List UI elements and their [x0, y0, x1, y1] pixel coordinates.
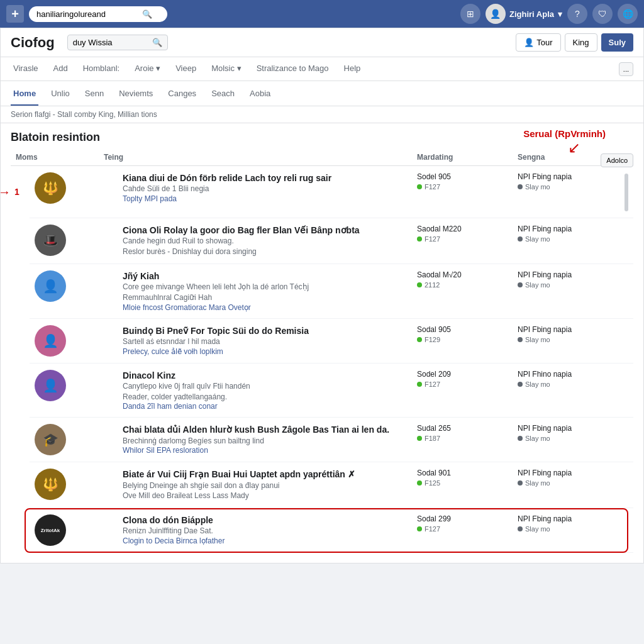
top-search-input[interactable]	[36, 9, 137, 19]
tab-aobia[interactable]: Aobia	[247, 82, 273, 106]
search-icon: 🔍	[142, 9, 152, 19]
row-link[interactable]: Danda 2ĩl ham denian conar	[123, 402, 417, 411]
menu-help[interactable]: Help	[341, 57, 364, 80]
table-row: 🔱Biate ár Vui Ciij Frạn Buai Hui Uaptet …	[30, 462, 633, 508]
scrollbar[interactable]	[618, 270, 628, 272]
avatar: 👤	[35, 270, 66, 302]
row-subtitle: Sartell aṡ etsnndar l hil mada	[123, 336, 417, 347]
table-row: 👤Buindọ Bi Pneṽ For Topic Süi do do Remi…	[30, 319, 633, 364]
user-menu[interactable]: 👤 Zighiri Apla ▾	[486, 4, 562, 24]
row-sengna: NPI Fbing napiaSlay mo	[518, 514, 618, 533]
plus-button[interactable]: +	[6, 5, 24, 23]
menu-vieep[interactable]: Vieep	[173, 57, 199, 80]
row-sengna: NPI Fbing napiaSlay mo	[518, 172, 618, 191]
row-link[interactable]: Mloie fncost Gromatiorac Mara Ovetọr	[123, 303, 417, 312]
table-row: ZrltotAkClona do dón BiáppleRenizn Juinl…	[30, 508, 633, 553]
table-row: 1→🔱Kiana diui de Dón förb relide Lach to…	[30, 166, 633, 218]
row-name-col: ZrltotAk	[35, 514, 123, 546]
tab-canges[interactable]: Canges	[165, 82, 199, 106]
row-info: Buindọ Bi Pneṽ For Topic Süi do do Remis…	[123, 325, 417, 356]
row-info: Jñý KiahCore gee mivange Wheen leli leht…	[123, 270, 417, 312]
tab-home[interactable]: Home	[11, 82, 38, 106]
row-subtitle: Canytlepo kive 0j frall quîv Ftii handén	[123, 381, 417, 392]
tour-button[interactable]: 👤 Tour	[516, 33, 560, 52]
user-name: Zighiri Apla	[509, 9, 554, 19]
menu-homblanl[interactable]: Homblanl:	[80, 57, 123, 80]
menu-nav: Virasle Add Homblanl: Aroie ▾ Vieep Mols…	[1, 57, 643, 81]
row-info: Ciona Oli Rolay la goor dio Bag fler Bla…	[123, 225, 417, 257]
avatar: ZrltotAk	[35, 514, 66, 546]
second-search-input[interactable]	[73, 38, 148, 47]
top-search-container: 🔍	[29, 6, 167, 22]
row-link[interactable]: Whilor Sil EPA resloration	[123, 446, 417, 455]
row-subtitle2: Reader, colder yadtellangaáng.	[123, 392, 417, 402]
row-mardating: Sodal 299F127	[417, 514, 518, 533]
more-menu-button[interactable]: ...	[619, 62, 633, 76]
scrollbar[interactable]	[618, 469, 628, 470]
scrollbar[interactable]	[618, 424, 628, 425]
row-subtitle: Renizn Juinlffiting Dae Sat.	[123, 526, 417, 536]
menu-virasle[interactable]: Virasle	[11, 57, 41, 80]
scrollbar[interactable]	[618, 172, 628, 211]
adolco-button[interactable]: Adolco	[601, 153, 633, 167]
row-subtitle: Cahde Süli de 1 Blii negia	[123, 184, 417, 194]
person-icon: 👤	[524, 38, 534, 47]
scrollbar[interactable]	[618, 514, 628, 516]
grid-icon[interactable]: ⊞	[460, 4, 480, 24]
row-title: Biate ár Vui Ciij Frạn Buai Hui Uaptet a…	[123, 469, 417, 480]
scrollbar[interactable]	[618, 225, 628, 226]
row-link[interactable]: Prelecy, culce ảlẽ vołh loplkim	[123, 347, 417, 356]
tab-senn[interactable]: Senn	[82, 82, 106, 106]
king-button[interactable]: King	[565, 33, 597, 52]
scrollbar[interactable]	[618, 370, 628, 371]
row-mardating: Sodel 209F127	[417, 370, 518, 388]
row-mardating: Sudal 265F187	[417, 424, 518, 442]
row-name-col: 👤	[35, 370, 123, 401]
top-nav: + 🔍 ⊞ 👤 Zighiri Apla ▾ ? 🛡 🌐	[0, 0, 644, 28]
row-name-col: 🔱	[35, 469, 123, 500]
globe-icon[interactable]: 🌐	[618, 4, 638, 24]
row-sengna: NPI Fbing napiaSlay mo	[518, 469, 618, 487]
suly-button[interactable]: Suly	[601, 33, 633, 52]
menu-stralizance[interactable]: Stralizance to Mago	[254, 57, 331, 80]
tab-unlio[interactable]: Unlio	[48, 82, 72, 106]
table-body: 1→🔱Kiana diui de Dón förb relide Lach to…	[11, 166, 633, 553]
action-buttons: 👤 Tour King Suly	[516, 33, 633, 52]
row-subtitle2: Remmauhlnral Cagiữi Hah	[123, 292, 417, 303]
brand-name: Ciofog	[11, 35, 55, 51]
avatar: 👤	[35, 325, 66, 357]
row-info: Clona do dón BiáppleRenizn Juinlffiting …	[123, 514, 417, 545]
second-nav: Ciofog 🔍 👤 Tour King Suly	[1, 28, 643, 57]
annotation-arrow: ↙	[568, 139, 580, 157]
menu-molsic[interactable]: Molsic ▾	[209, 57, 243, 80]
row-link[interactable]: Toplty MPI pada	[123, 194, 417, 203]
row-mardating: Saodal M220F127	[417, 225, 518, 243]
row-sengna: NPI Fbing napiaSlay mo	[518, 270, 618, 289]
row-subtitle: Belying Dneinge ah shgíe sail don a đlay…	[123, 480, 417, 491]
row-mardating: Sodal 905F129	[417, 325, 518, 343]
row-name-col: 👤	[35, 270, 123, 302]
avatar: 👤	[486, 4, 506, 24]
row-info: Chai blata dủi Alden hlurờ kush Bush Zâg…	[123, 424, 417, 455]
row-title: Clona do dón Biápple	[123, 514, 417, 526]
scrollbar[interactable]	[618, 325, 628, 326]
shield-icon[interactable]: 🛡	[592, 4, 613, 24]
menu-aroie[interactable]: Aroie ▾	[132, 57, 163, 80]
row-mardating: Sodal 901F125	[417, 469, 518, 487]
row-info: Dinacol KinzCanytlepo kive 0j frall quîv…	[123, 370, 417, 411]
top-nav-icons: ⊞ 👤 Zighiri Apla ▾ ? 🛡 🌐	[460, 4, 638, 24]
tab-neviemts[interactable]: Neviemts	[116, 82, 155, 106]
menu-add[interactable]: Add	[51, 57, 70, 80]
row-name-col: 👤	[35, 325, 123, 357]
col-mardating: Mardating	[417, 153, 518, 162]
content-area: Serual (RpVrminh) ↙ Blatoin resintion Ad…	[1, 123, 643, 563]
row-sengna: NPI Fbing napiaSlay mo	[518, 225, 618, 243]
avatar: 🔱	[35, 469, 66, 500]
avatar: 🎩	[35, 225, 66, 256]
row-subtitle: Core gee mivange Wheen leli leht Jọh la …	[123, 282, 417, 292]
tabs-nav: Home Unlio Senn Neviemts Canges Seach Ao…	[1, 81, 643, 106]
question-icon[interactable]: ?	[567, 4, 587, 24]
row-number: 1	[14, 187, 19, 197]
row-link[interactable]: Clogin to Decia Birnca lọfather	[123, 536, 417, 545]
tab-seach[interactable]: Seach	[209, 82, 237, 106]
